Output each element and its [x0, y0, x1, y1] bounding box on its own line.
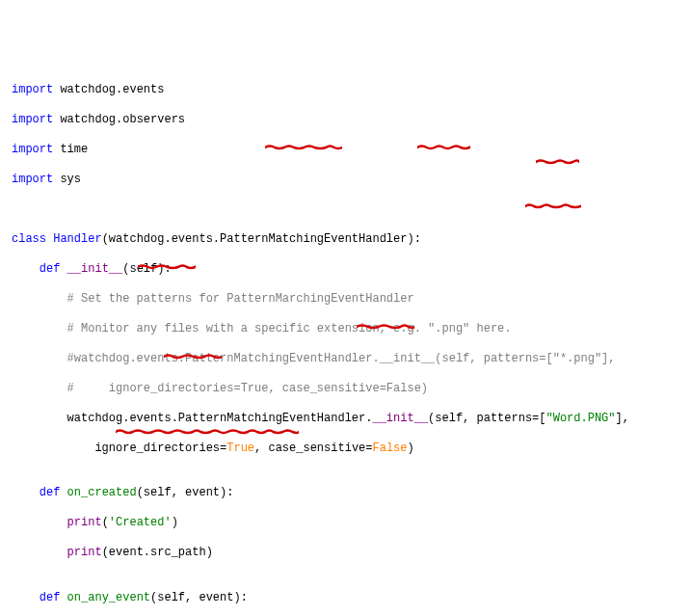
method-name: on_created — [60, 486, 136, 499]
method-name: on_any_event — [60, 591, 150, 604]
module-name: time — [53, 143, 88, 156]
code-line: import time — [12, 143, 680, 158]
dunder-method: __init__ — [372, 412, 428, 425]
code-block: import watchdog.events import watchdog.o… — [12, 67, 680, 616]
class-base: (watchdog.events.PatternMatchingEventHan… — [102, 232, 421, 246]
class-name: Handler — [46, 232, 102, 246]
keyword-class: class — [12, 232, 46, 246]
module-name: watchdog.events — [53, 83, 164, 96]
module-name: sys — [53, 173, 81, 186]
code-line: import watchdog.events — [12, 83, 680, 98]
indent — [12, 591, 40, 604]
indent — [12, 486, 40, 499]
call-base: watchdog.events.PatternMatchingEventHand… — [12, 412, 372, 425]
kwarg: , case_sensitive= — [254, 442, 372, 455]
code-line: def on_created(self, event): — [12, 486, 680, 501]
keyword-import: import — [12, 83, 53, 96]
dunder-method: __init__ — [60, 262, 122, 276]
string-literal: "Word.PNG" — [546, 412, 616, 425]
code-line: def on_any_event(self, event): — [12, 591, 680, 606]
keyword-import: import — [12, 173, 53, 186]
comment-line: # ignore_directories=True, case_sensitiv… — [12, 382, 680, 397]
code-line: def __init__(self): — [12, 262, 680, 278]
keyword-def: def — [40, 591, 61, 604]
print-arg: (event.src_path) — [102, 546, 213, 559]
close-bracket: ], — [616, 412, 629, 425]
builtin-print: print — [67, 546, 102, 559]
args: (self, patterns=[ — [428, 412, 546, 425]
keyword-def: def — [40, 486, 61, 499]
code-line: import sys — [12, 173, 680, 188]
params: (self): — [122, 262, 171, 276]
kwarg: ignore_directories= — [12, 442, 226, 455]
open-paren: ( — [102, 516, 109, 529]
bool-literal: True — [226, 442, 254, 455]
close-paren: ) — [172, 516, 178, 529]
code-line: print(event.src_path) — [12, 546, 680, 561]
builtin-print: print — [67, 516, 102, 529]
close-paren: ) — [408, 442, 414, 455]
code-line: import watchdog.observers — [12, 113, 680, 128]
comment-line: # Monitor any files with a specific exte… — [12, 322, 680, 337]
code-line: print('Created') — [12, 516, 680, 531]
params: (self, event): — [150, 591, 248, 604]
module-name: watchdog.observers — [53, 113, 185, 126]
params: (self, event): — [137, 486, 234, 499]
keyword-import: import — [12, 143, 53, 156]
indent — [12, 516, 67, 529]
comment-line: #watchdog.events.PatternMatchingEventHan… — [12, 352, 680, 367]
indent — [12, 262, 40, 276]
keyword-def: def — [40, 262, 61, 276]
keyword-import: import — [12, 113, 53, 126]
comment-line: # Set the patterns for PatternMarchingEv… — [12, 292, 680, 308]
bool-literal: False — [372, 442, 407, 455]
indent — [12, 546, 67, 559]
code-line: watchdog.events.PatternMatchingEventHand… — [12, 412, 680, 427]
code-line: ignore_directories=True, case_sensitive=… — [12, 442, 680, 457]
code-line: class Handler(watchdog.events.PatternMat… — [12, 232, 680, 248]
string-literal: 'Created' — [109, 516, 172, 529]
